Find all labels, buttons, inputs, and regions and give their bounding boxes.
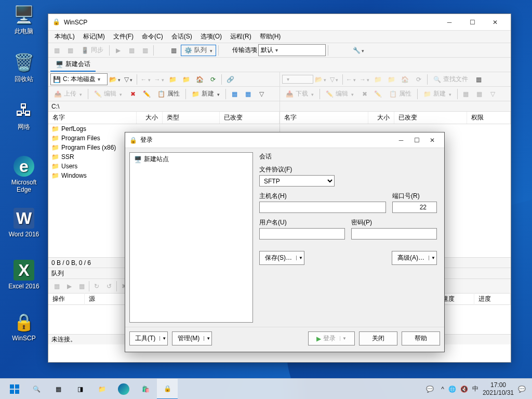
dlg-minimize[interactable]: ─ [393,132,409,148]
desktop-icon-winscp[interactable]: 🔒WinSCP [4,312,44,342]
user-input[interactable] [259,228,345,240]
desktop-icon-computer[interactable]: 🖥️此电脑 [4,4,44,36]
desktop-icon-network[interactable]: 🖧网络 [4,100,44,131]
menu-command[interactable]: 命令(C) [138,31,167,42]
tray-clock[interactable]: 17:00 2021/10/31 [483,381,514,396]
store-button[interactable]: 🛍️ [135,379,156,400]
desktop-icon-word[interactable]: WWord 2016 [4,208,44,238]
up-folder-icon[interactable]: 📁 [166,74,179,85]
winscp-titlebar[interactable]: 🔒 WinSCP ─ ☐ ✕ [48,14,511,31]
r-filter-icon[interactable]: ▽ [328,74,340,85]
search-button[interactable]: 🔍 [26,379,47,400]
refresh-icon[interactable]: ⟳ [207,74,219,85]
sync-browse-icon[interactable]: 🔗 [224,74,236,85]
upload-button[interactable]: 📤上传 [50,88,86,100]
edit-button[interactable]: ✏️编辑 [90,88,126,100]
dlg-maximize[interactable]: ☐ [409,132,424,148]
chat-icon[interactable]: 💬 [422,379,437,400]
notification-icon[interactable]: 💬 [518,385,526,393]
tb-btn-5[interactable]: ▦ [139,45,151,56]
desktop-icon-recycle[interactable]: 🗑️回收站 [4,52,44,84]
q-btn-3[interactable]: ↻ [90,281,103,292]
rcol-changed[interactable]: 已改变 [394,112,467,124]
filter-icon[interactable]: ▽ [122,74,135,85]
desktop-icon-edge[interactable]: eMicrosoft Edge [4,156,44,193]
q-btn-1[interactable]: ▦ [50,281,63,292]
login-button[interactable]: ▶登录▼ [308,331,355,345]
start-button[interactable] [4,379,25,400]
transfer-combo[interactable]: 默认 [258,44,326,56]
save-button[interactable]: 保存(S)… [259,251,304,265]
r-home-icon[interactable]: 🏠 [399,74,411,85]
properties-button[interactable]: 📋属性 [154,88,183,100]
r-root-icon[interactable]: 📁 [385,74,398,85]
r-props-button[interactable]: 📋属性 [385,88,415,100]
qcol-op[interactable]: 操作 [48,293,85,305]
close-button[interactable]: ✕ [484,15,507,30]
protocol-select[interactable]: SFTP [259,175,335,187]
filter2-icon[interactable]: ▽ [255,88,268,100]
drive-selector[interactable]: 💾C: 本地磁盘 [50,73,108,85]
tb-btn-2[interactable]: ▦ [64,45,76,56]
tb-btn-1[interactable]: ▦ [50,45,63,56]
desktop-icon-excel[interactable]: XExcel 2016 [4,260,44,290]
widgets-button[interactable]: ◨ [70,379,90,400]
delete-icon[interactable]: ✖ [127,88,139,100]
tb-btn-6[interactable]: ▦ [167,45,180,56]
menu-help[interactable]: 帮助(H) [256,31,285,42]
col-size[interactable]: 大小 [137,112,163,124]
rcol-size[interactable]: 大小 [368,112,394,124]
r-up-icon[interactable]: 📁 [372,74,384,85]
close-button[interactable]: 关闭 [359,331,397,345]
r-minus-icon[interactable]: ▦ [473,88,486,100]
qcol-progress[interactable]: 进度 [474,293,511,305]
tray-chevron-icon[interactable]: ^ [441,385,444,393]
r-fwd-icon[interactable]: → [358,74,371,85]
rcol-name[interactable]: 名字 [280,112,368,124]
remote-drive[interactable] [282,75,313,84]
r-refresh-icon[interactable]: ⟳ [413,74,425,85]
col-changed[interactable]: 已改变 [220,112,280,124]
r-back-icon[interactable]: ← [345,74,357,85]
site-tree[interactable]: 🖥️ 新建站点 [129,152,253,323]
menu-remote[interactable]: 远程(R) [226,31,256,42]
queue-button[interactable]: ⚙️队列 [181,45,216,56]
open-folder-icon[interactable]: 📂 [109,74,121,85]
tools-button[interactable]: 工具(T) [129,331,168,345]
ime-indicator[interactable]: 中 [472,384,478,393]
col-type[interactable]: 类型 [163,112,220,124]
settings-icon[interactable]: 🔧 [352,45,365,56]
find-button[interactable]: 🔍查找文件 [430,74,472,85]
menu-mark[interactable]: 标记(M) [79,31,109,42]
help-button[interactable]: 帮助 [402,331,440,345]
r-extra-icon[interactable]: ▦ [473,74,485,85]
taskview-button[interactable]: ▦ [48,379,69,400]
plus-icon[interactable]: ▦ [228,88,241,100]
new-session-tab[interactable]: 🖥️ 新建会话 [50,58,96,72]
pass-input[interactable] [351,228,437,240]
menu-session[interactable]: 会话(S) [167,31,196,42]
manage-button[interactable]: 管理(M) [172,331,212,345]
q-btn-4[interactable]: ↺ [103,281,115,292]
forward-icon[interactable]: → [153,74,165,85]
root-folder-icon[interactable]: 📁 [180,74,192,85]
explorer-button[interactable]: 📁 [91,379,112,400]
minimize-button[interactable]: ─ [438,15,461,30]
r-delete-icon[interactable]: ✖ [358,88,371,100]
download-button[interactable]: 📥下载 [282,88,317,100]
q-btn-2[interactable]: ▦ [75,281,88,292]
login-titlebar[interactable]: 🔒 登录 ─ ☐ ✕ [125,132,444,148]
r-new-button[interactable]: 📁新建 [420,88,455,100]
col-name[interactable]: 名字 [48,112,137,124]
winscp-taskbar[interactable]: 🔒 [157,379,178,400]
menu-local[interactable]: 本地(L) [50,31,79,42]
r-filter2-icon[interactable]: ▽ [487,88,499,100]
back-icon[interactable]: ← [139,74,152,85]
new-button[interactable]: 📁新建 [188,88,223,100]
r-open-icon[interactable]: 📂 [314,74,327,85]
sync-button[interactable]: 📱同步 [77,45,107,56]
tray-volume-icon[interactable]: 🔇 [460,385,468,393]
q-play-icon[interactable]: ▶ [63,281,75,292]
home-icon[interactable]: 🏠 [193,74,206,85]
r-rename-icon[interactable]: ✏️ [372,88,384,100]
